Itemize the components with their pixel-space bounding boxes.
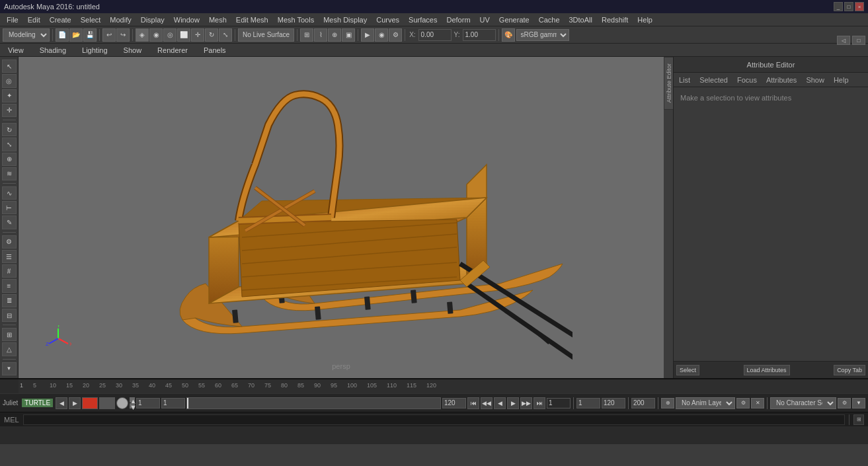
save-btn[interactable]: 💾 [83, 28, 97, 42]
anim-layer-settings-btn[interactable]: ⚙ [736, 398, 750, 408]
scale-tool-btn[interactable]: ⤡ [2, 137, 17, 151]
minimize-btn[interactable]: _ [834, 2, 843, 11]
universal-manip-btn[interactable]: ⊕ [2, 153, 17, 166]
paint-btn[interactable]: ◎ [163, 28, 177, 42]
rotate-btn[interactable]: ↻ [205, 28, 218, 42]
undo-btn[interactable]: ↩ [102, 28, 116, 42]
step-forward-btn[interactable]: ▶▶ [520, 397, 532, 409]
menu-window[interactable]: Window [170, 15, 204, 25]
attr-select-btn[interactable]: Select [676, 365, 699, 375]
rotate-tool-btn[interactable]: ↻ [2, 123, 17, 136]
snap-view-btn[interactable]: ▣ [342, 28, 355, 42]
current-frame-input[interactable] [136, 398, 160, 408]
mel-input[interactable] [23, 414, 845, 425]
tab-view[interactable]: View [3, 45, 29, 56]
attr-tab-attributes[interactable]: Attributes [764, 75, 799, 85]
step-back-btn[interactable]: ◀◀ [481, 397, 493, 409]
char-set-select[interactable]: No Character Set [770, 397, 836, 409]
prev-track-btn[interactable]: ◀ [56, 397, 67, 409]
frame-input-2[interactable] [161, 398, 185, 408]
menu-modify[interactable]: Modify [106, 15, 135, 25]
panel-expand-tab[interactable]: Attribute Editor [664, 57, 673, 110]
attr-panel-float-btn[interactable]: □ [852, 36, 865, 45]
tab-shading[interactable]: Shading [34, 45, 71, 56]
anim-layer-icon[interactable]: ⊕ [661, 398, 674, 408]
menu-surfaces[interactable]: Surfaces [405, 15, 441, 25]
lasso-tool-btn[interactable]: ◎ [2, 74, 17, 87]
render-settings-btn[interactable]: ⚙ [389, 28, 402, 42]
color-space-select[interactable]: sRGB gamma [516, 29, 569, 41]
timeline-scrub[interactable] [186, 397, 441, 409]
tab-panels[interactable]: Panels [198, 45, 231, 56]
menu-create[interactable]: Create [46, 15, 75, 25]
lasso-btn[interactable]: ◉ [149, 28, 163, 42]
no-live-surface-btn[interactable]: No Live Surface [238, 28, 294, 42]
expand-btn-up[interactable]: ▲ [130, 397, 135, 403]
soft-mod-btn[interactable]: ≋ [2, 167, 17, 180]
workspace-select[interactable]: Modeling [3, 28, 50, 42]
display-settings-btn[interactable]: ☰ [2, 250, 17, 263]
restore-btn[interactable]: □ [844, 2, 853, 11]
menu-3dtoall[interactable]: 3DtoAll [565, 15, 596, 25]
scale-btn[interactable]: ⤡ [219, 28, 232, 42]
attr-tab-show[interactable]: Show [803, 75, 827, 85]
playback-start[interactable] [576, 398, 600, 408]
snap-grid-btn[interactable]: ⊞ [300, 28, 313, 42]
extra-tools-btn[interactable]: ▼ [2, 362, 17, 375]
color-swatch-white[interactable] [116, 397, 128, 409]
attr-tab-help[interactable]: Help [831, 75, 851, 85]
select-mode-btn[interactable]: ◈ [136, 28, 149, 42]
char-set-settings-btn[interactable]: ⚙ [838, 398, 851, 408]
script-editor-btn[interactable]: ⊞ [853, 414, 864, 425]
timeline-ruler[interactable]: 1 5 10 15 20 25 30 35 40 45 50 55 60 65 … [19, 379, 868, 394]
menu-edit[interactable]: Edit [24, 15, 44, 25]
new-btn[interactable]: 📄 [56, 28, 69, 42]
tab-show[interactable]: Show [118, 45, 147, 56]
ipr-btn[interactable]: ◉ [375, 28, 388, 42]
menu-help[interactable]: Help [633, 15, 656, 25]
select-tool-btn[interactable]: ↖ [2, 59, 17, 73]
pos-y-input[interactable] [463, 29, 496, 41]
menu-edit-mesh[interactable]: Edit Mesh [232, 15, 272, 25]
menu-mesh-tools[interactable]: Mesh Tools [274, 15, 318, 25]
viewport-overlay-btn[interactable]: ⊞ [2, 328, 17, 341]
goto-end-btn[interactable]: ⏭ [533, 397, 545, 409]
redo-btn[interactable]: ↪ [116, 28, 130, 42]
attr-tab-list[interactable]: List [676, 75, 693, 85]
menu-mesh[interactable]: Mesh [205, 15, 231, 25]
attr-panel-resize-btn[interactable]: ◁ [837, 36, 850, 45]
outliner-btn[interactable]: ≡ [2, 279, 17, 292]
move-btn[interactable]: ✛ [191, 28, 204, 42]
menu-cache[interactable]: Cache [535, 15, 564, 25]
menu-uv[interactable]: UV [476, 15, 494, 25]
close-btn[interactable]: × [855, 2, 864, 11]
play-back-btn[interactable]: ◀ [494, 397, 506, 409]
goto-start-btn[interactable]: ⏮ [467, 397, 479, 409]
menu-redshift[interactable]: Redshift [598, 15, 632, 25]
menu-mesh-display[interactable]: Mesh Display [319, 15, 371, 25]
max-playback-end[interactable] [631, 398, 655, 408]
color-swatch-red[interactable] [82, 397, 98, 409]
grid-toggle-btn[interactable]: # [2, 264, 17, 278]
current-frame-display[interactable] [547, 398, 571, 408]
play-forward-btn[interactable]: ▶ [507, 397, 519, 409]
expand-btn-down[interactable]: ▼ [130, 403, 135, 408]
viewport[interactable]: persp X Y Z [19, 57, 664, 378]
snap-to-poly-btn[interactable]: △ [2, 342, 17, 356]
settings-btn[interactable]: ⚙ [2, 235, 17, 249]
menu-curves[interactable]: Curves [372, 15, 403, 25]
attr-load-btn[interactable]: Load Attributes [744, 365, 790, 375]
menu-deform[interactable]: Deform [442, 15, 474, 25]
tab-lighting[interactable]: Lighting [77, 45, 113, 56]
snap-point-btn[interactable]: ⊕ [328, 28, 341, 42]
anim-layer-mute-btn[interactable]: ✕ [751, 398, 764, 408]
menu-file[interactable]: File [3, 15, 22, 25]
channel-box-btn[interactable]: ⊟ [2, 309, 17, 322]
char-set-extra-btn[interactable]: ▼ [852, 398, 865, 408]
menu-select[interactable]: Select [77, 15, 105, 25]
window-controls[interactable]: _ □ × [834, 2, 864, 11]
attr-tab-selected[interactable]: Selected [697, 75, 730, 85]
move-tool-btn[interactable]: ✛ [2, 104, 17, 117]
range-end-input[interactable] [442, 398, 466, 408]
attr-copy-tab-btn[interactable]: Copy Tab [834, 365, 865, 375]
